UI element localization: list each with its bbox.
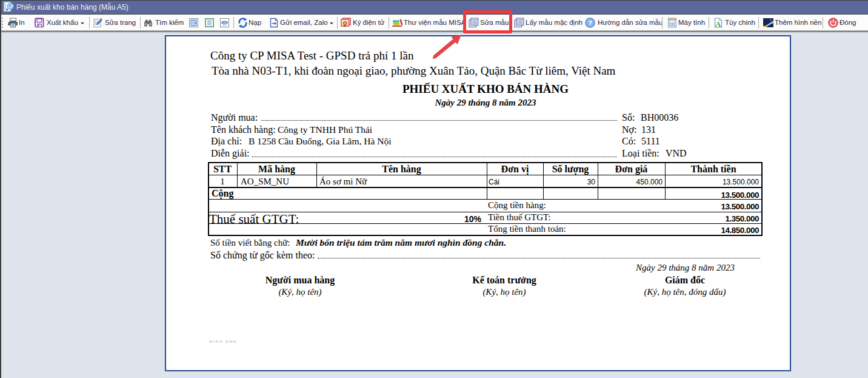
svg-text:?: ? xyxy=(588,19,592,27)
svg-text:A: A xyxy=(715,19,721,28)
